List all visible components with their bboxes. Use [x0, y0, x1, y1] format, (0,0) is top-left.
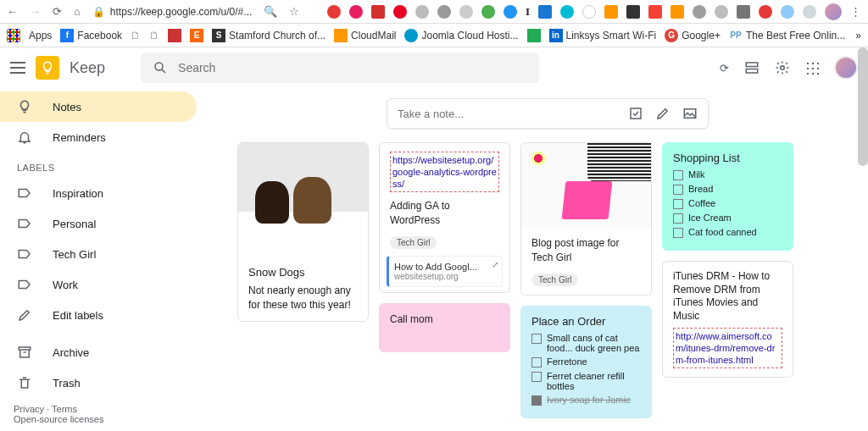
sidebar-trash[interactable]: Trash: [0, 367, 197, 398]
ext-icon[interactable]: [393, 5, 407, 19]
checklist-item[interactable]: Ice Cream: [673, 213, 782, 224]
checklist-item[interactable]: Ferretone: [531, 356, 641, 367]
note-card[interactable]: Blog post image for Tech Girl Tech Girl: [520, 142, 652, 296]
note-title: Snow Dogs: [248, 266, 358, 279]
note-card[interactable]: Place an Order Small cans of cat food...…: [520, 306, 652, 418]
take-note-input[interactable]: Take a note...: [387, 98, 709, 129]
star-icon[interactable]: ☆: [289, 5, 299, 18]
ext-icon[interactable]: [803, 5, 816, 19]
profile-avatar[interactable]: [825, 3, 842, 20]
sidebar-edit-labels[interactable]: Edit labels: [0, 300, 197, 330]
image-icon[interactable]: [682, 106, 698, 121]
note-card[interactable]: https://websitesetup.org/google-analytic…: [379, 142, 510, 293]
checklist-item[interactable]: Cat food canned: [673, 227, 782, 238]
ext-icon[interactable]: [781, 5, 794, 19]
ext-icon[interactable]: [670, 5, 684, 19]
note-label[interactable]: Tech Girl: [390, 236, 437, 249]
sidebar-item-notes[interactable]: Notes: [0, 91, 197, 122]
ext-icon[interactable]: [504, 5, 517, 19]
note-card[interactable]: iTunes DRM - How to Remove DRM from iTun…: [662, 261, 793, 378]
sidebar-label-work[interactable]: Work: [0, 269, 197, 300]
ext-icon[interactable]: [437, 5, 451, 19]
menu-icon[interactable]: ⋮: [850, 5, 861, 18]
list-view-icon[interactable]: [744, 60, 760, 75]
ext-icon[interactable]: [759, 5, 772, 19]
bookmark-item[interactable]: [168, 29, 181, 42]
apps-grid-icon[interactable]: [805, 61, 819, 75]
ext-icon[interactable]: [327, 5, 341, 19]
ext-icon[interactable]: [459, 5, 473, 19]
sidebar-label-personal[interactable]: Personal: [0, 208, 197, 239]
ext-icon[interactable]: [626, 5, 640, 19]
ext-icon[interactable]: [715, 5, 728, 19]
url-text[interactable]: https://keep.google.com/u/0/#...: [110, 6, 252, 18]
note-link[interactable]: https://websitesetup.org/google-analytic…: [392, 155, 497, 189]
sidebar-label-inspiration[interactable]: Inspiration: [0, 178, 197, 208]
bookmark-item[interactable]: Joomla Cloud Hosti...: [404, 29, 518, 42]
bookmark-item[interactable]: E: [190, 29, 203, 42]
note-card[interactable]: Call mom: [379, 303, 510, 352]
scrollbar[interactable]: [858, 47, 868, 166]
bookmark-item[interactable]: SStamford Church of...: [212, 29, 326, 42]
ext-icon[interactable]: [648, 5, 662, 19]
ext-icon[interactable]: [415, 5, 429, 19]
checklist-item[interactable]: Milk: [673, 169, 782, 180]
ext-icon[interactable]: [349, 5, 363, 19]
account-avatar[interactable]: [834, 56, 858, 80]
ext-icon[interactable]: [481, 5, 495, 19]
ext-icon[interactable]: [538, 5, 552, 19]
search-bar[interactable]: [141, 52, 539, 83]
bookmark-item[interactable]: PPThe Best Free Onlin...: [729, 29, 845, 42]
ext-icon[interactable]: I: [526, 5, 530, 19]
ext-icon[interactable]: [560, 5, 574, 19]
svg-rect-1: [746, 63, 758, 67]
oss-link[interactable]: Open-source licenses: [14, 414, 103, 424]
link-attachment[interactable]: How to Add Googl... websitesetup.org ⤢: [387, 256, 503, 287]
sidebar: Notes Reminders LABELS Inspiration Perso…: [0, 88, 203, 431]
ext-icon[interactable]: [604, 5, 618, 19]
bookmarks-bar: Apps fFacebook 🗋 🗋 E SStamford Church of…: [0, 24, 868, 47]
sidebar-item-reminders[interactable]: Reminders: [0, 122, 197, 152]
bookmark-item[interactable]: inLinksys Smart Wi-Fi: [549, 29, 657, 42]
overflow-icon[interactable]: »: [855, 30, 861, 41]
menu-icon[interactable]: [10, 62, 25, 74]
checklist-item[interactable]: Small cans of cat food... duck green pea: [531, 333, 641, 353]
home-icon[interactable]: ⌂: [74, 5, 81, 18]
settings-icon[interactable]: [775, 60, 790, 75]
bookmark-item[interactable]: CloudMail: [334, 29, 396, 42]
reload-icon[interactable]: ⟳: [53, 5, 62, 18]
privacy-link[interactable]: Privacy: [14, 404, 44, 414]
bookmark-item[interactable]: Apps: [29, 30, 52, 41]
zoom-icon[interactable]: 🔍: [264, 5, 277, 18]
ext-icon[interactable]: [582, 5, 596, 19]
lock-icon: 🔒: [92, 6, 105, 18]
sidebar-label-techgirl[interactable]: Tech Girl: [0, 239, 197, 269]
checklist-item[interactable]: Bread: [673, 184, 782, 195]
checklist-item[interactable]: Ivory soap for Jamie: [531, 395, 641, 406]
note-card[interactable]: Snow Dogs Not nearly enough any for thes…: [237, 142, 369, 322]
close-icon[interactable]: ⤢: [492, 260, 498, 269]
note-card[interactable]: Shopping List Milk Bread Coffee Ice Crea…: [662, 142, 793, 251]
ext-icon[interactable]: [693, 5, 706, 19]
checklist-item[interactable]: Ferret cleaner refill bottles: [531, 371, 641, 391]
bookmark-item[interactable]: GGoogle+: [665, 29, 721, 42]
brush-icon[interactable]: [655, 106, 670, 121]
note-link[interactable]: http://www.aimersoft.com/itunes-drm/remo…: [676, 331, 775, 365]
bookmark-item[interactable]: [527, 29, 541, 42]
terms-link[interactable]: Terms: [52, 404, 77, 414]
bookmark-item[interactable]: fFacebook: [60, 29, 122, 42]
ext-icon[interactable]: [371, 5, 385, 19]
checkbox-icon[interactable]: [628, 106, 643, 121]
refresh-icon[interactable]: ⟳: [720, 62, 729, 75]
bookmark-item[interactable]: 🗋: [131, 30, 141, 41]
apps-icon[interactable]: [7, 29, 20, 42]
search-icon: [153, 60, 168, 75]
ext-icon[interactable]: [737, 5, 750, 19]
bookmark-item[interactable]: 🗋: [149, 30, 159, 41]
sidebar-archive[interactable]: Archive: [0, 337, 197, 367]
note-label[interactable]: Tech Girl: [531, 274, 578, 286]
forward-icon[interactable]: →: [30, 5, 41, 18]
search-input[interactable]: [178, 61, 527, 75]
back-icon[interactable]: ←: [7, 5, 18, 18]
checklist-item[interactable]: Coffee: [673, 198, 782, 209]
